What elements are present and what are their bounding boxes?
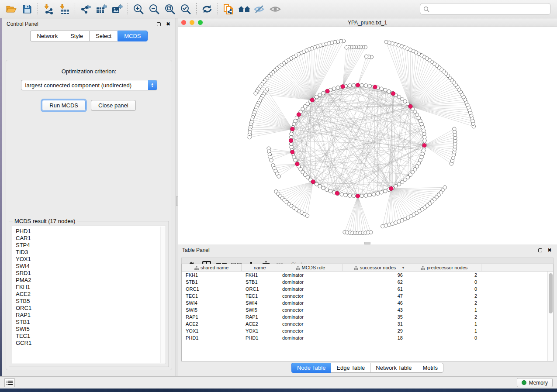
close-panel-icon[interactable]: ✖ xyxy=(165,21,171,27)
column-header-successor-nodes[interactable]: successor nodes▼ xyxy=(343,264,407,271)
table-cell: 61 xyxy=(343,285,407,292)
search-input[interactable] xyxy=(432,6,547,12)
mcds-result-item[interactable]: SRD1 xyxy=(16,270,166,277)
show-panels-list-icon[interactable] xyxy=(4,378,15,387)
memory-button[interactable]: Memory xyxy=(517,378,553,387)
mcds-result-item[interactable]: GCR1 xyxy=(16,340,166,347)
refresh-icon[interactable] xyxy=(199,2,215,17)
mcds-result-item[interactable]: PMA2 xyxy=(16,277,166,284)
table-cell: ACE2 xyxy=(242,320,278,327)
show-all-icon[interactable] xyxy=(268,2,284,17)
table-cell: PHD1 xyxy=(242,334,278,341)
mcds-result-item[interactable]: SWI5 xyxy=(16,326,166,333)
scrollbar-thumb[interactable] xyxy=(549,273,553,313)
table-row[interactable]: YOX1YOX1connector291 xyxy=(182,327,547,334)
table-cell: 1 xyxy=(407,306,481,313)
import-table-icon[interactable] xyxy=(56,2,72,17)
table-vertical-scrollbar[interactable] xyxy=(547,272,553,361)
table-row[interactable]: PHD1PHD1dominator180 xyxy=(182,334,547,341)
table-row[interactable]: RAP1RAP1dominator352 xyxy=(182,313,547,320)
mcds-result-item[interactable]: FKH1 xyxy=(16,284,166,291)
mcds-result-item[interactable]: RAP1 xyxy=(16,312,166,319)
tab-select[interactable]: Select xyxy=(89,31,118,41)
tab-motifs[interactable]: Motifs xyxy=(417,363,443,373)
network-canvas[interactable] xyxy=(178,27,557,244)
table-cell: FKH1 xyxy=(182,272,242,279)
toolbar-separator xyxy=(128,3,128,15)
mcds-result-item[interactable]: CAR1 xyxy=(16,235,166,242)
table-panel-tabs: Node TableEdge TableNetwork TableMotifs xyxy=(178,363,557,373)
column-tree-icon xyxy=(421,266,425,270)
tab-node-table[interactable]: Node Table xyxy=(291,363,331,373)
search-icon xyxy=(423,6,429,12)
table-cell: connector xyxy=(278,320,343,327)
mcds-result-item[interactable]: ORC1 xyxy=(16,305,166,312)
mcds-result-item[interactable]: PHD1 xyxy=(16,228,166,235)
zoom-out-icon[interactable] xyxy=(146,2,162,17)
tab-mcds[interactable]: MCDS xyxy=(118,31,147,41)
table-cell: SWI5 xyxy=(242,306,278,313)
column-header-MCDS-role[interactable]: MCDS role xyxy=(278,264,343,271)
table-cell: SWI4 xyxy=(242,299,278,306)
table-cell: STB1 xyxy=(182,279,242,285)
close-window-icon[interactable] xyxy=(181,20,186,25)
save-session-icon[interactable] xyxy=(19,2,35,17)
mcds-result-item[interactable]: YOX1 xyxy=(16,256,166,263)
mcds-result-item[interactable]: STB1 xyxy=(16,319,166,326)
table-row[interactable]: TEC1TEC1connector472 xyxy=(182,292,547,299)
tab-edge-table[interactable]: Edge Table xyxy=(331,363,370,373)
tab-network[interactable]: Network xyxy=(30,31,64,41)
export-image-icon[interactable] xyxy=(109,2,125,17)
float-panel-icon[interactable] xyxy=(156,21,162,27)
mcds-result-item[interactable]: SWI4 xyxy=(16,263,166,270)
table-row[interactable]: SWI5SWI5connector431 xyxy=(182,306,547,313)
zoom-selected-icon[interactable] xyxy=(178,2,194,17)
run-mcds-button[interactable]: Run MCDS xyxy=(42,100,86,111)
table-cell: SWI5 xyxy=(182,306,242,313)
mcds-result-item[interactable]: TEC1 xyxy=(16,333,166,340)
tab-network-table[interactable]: Network Table xyxy=(370,363,417,373)
new-network-from-selection-icon[interactable] xyxy=(221,2,236,17)
table-cell: YOX1 xyxy=(242,327,278,334)
mcds-result-item[interactable]: ACE2 xyxy=(16,291,166,298)
open-session-icon[interactable] xyxy=(3,2,19,17)
import-network-icon[interactable] xyxy=(41,2,56,17)
close-panel-button[interactable]: Close panel xyxy=(91,100,136,111)
mcds-result-item[interactable]: STP4 xyxy=(16,242,166,249)
table-row[interactable]: STB1STB1dominator620 xyxy=(182,279,547,285)
table-cell: TEC1 xyxy=(182,292,242,299)
close-panel-icon[interactable]: ✖ xyxy=(547,247,553,253)
column-header-predecessor-nodes[interactable]: predecessor nodes xyxy=(407,264,481,271)
mcds-result-item[interactable]: STB5 xyxy=(16,298,166,305)
export-network-icon[interactable] xyxy=(78,2,93,17)
first-neighbors-icon[interactable] xyxy=(236,2,252,17)
table-cell: 1 xyxy=(407,327,481,334)
table-row[interactable]: ORC1ORC1dominator610 xyxy=(182,285,547,292)
control-panel-title: Control Panel xyxy=(7,21,38,27)
zoom-fit-icon[interactable] xyxy=(162,2,178,17)
table-row[interactable]: FKH1FKH1dominator962 xyxy=(182,272,547,279)
zoom-in-icon[interactable] xyxy=(131,2,146,17)
mcds-result-list[interactable]: PHD1CAR1STP4TID3YOX1SWI4SRD1PMA2FKH1ACE2… xyxy=(12,226,166,364)
column-header-shared-name[interactable]: shared name xyxy=(182,264,242,271)
table-row[interactable]: SWI4SWI4dominator462 xyxy=(182,299,547,306)
mcds-tab-content: Optimization criterion: largest connecte… xyxy=(6,60,172,370)
search-box[interactable] xyxy=(420,3,551,15)
table-cell: SWI4 xyxy=(182,299,242,306)
table-row[interactable]: ACE2ACE2connector311 xyxy=(182,320,547,327)
table-cell: 35 xyxy=(343,313,407,320)
hide-selected-icon[interactable] xyxy=(252,2,268,17)
float-panel-icon[interactable] xyxy=(537,247,543,253)
network-window-titlebar[interactable]: YPA_prune.txt_1 xyxy=(178,18,557,27)
export-table-icon[interactable] xyxy=(93,2,109,17)
mcds-list-scrollbar[interactable] xyxy=(160,227,165,363)
column-header-name[interactable]: name xyxy=(242,264,278,271)
tab-style[interactable]: Style xyxy=(64,31,89,41)
optimization-criterion-select[interactable]: largest connected component (undirected)… xyxy=(21,80,157,90)
minimize-window-icon[interactable] xyxy=(190,20,194,25)
application-window: Control Panel ✖ NetworkStyleSelectMCDS O… xyxy=(0,0,557,392)
maximize-window-icon[interactable] xyxy=(198,20,203,25)
mcds-result-item[interactable]: TID3 xyxy=(16,249,166,256)
table-cell: 2 xyxy=(407,272,481,279)
node-table: shared namenameMCDS rolesuccessor nodes▼… xyxy=(181,264,554,361)
